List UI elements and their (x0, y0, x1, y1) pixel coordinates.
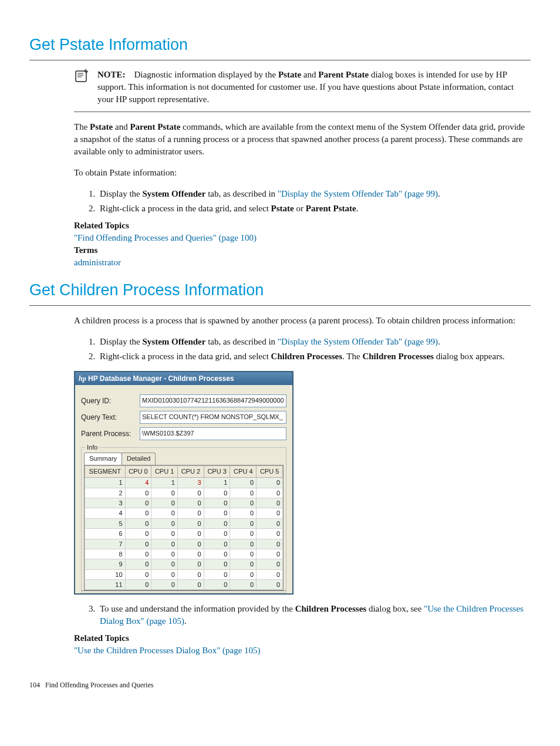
terms-label: Terms (74, 244, 531, 256)
note-label: NOTE: (97, 70, 126, 79)
link-administrator-term[interactable]: administrator (74, 258, 121, 267)
link-children-dialog-2[interactable]: "Use the Children Processes Dialog Box" … (74, 646, 261, 655)
table-row[interactable]: 9000000 (85, 559, 283, 569)
table-row[interactable]: 2000000 (85, 488, 283, 498)
section2-content-cont: To use and understand the information pr… (74, 603, 531, 657)
list-item: To use and understand the information pr… (97, 603, 531, 627)
list-item: Display the System Offender tab, as desc… (97, 188, 531, 200)
para-pstate-desc: The Pstate and Parent Pstate commands, w… (74, 121, 531, 158)
children-steps: Display the System Offender tab, as desc… (74, 336, 531, 363)
column-header[interactable]: CPU 1 (151, 465, 178, 477)
info-legend: Info (85, 443, 99, 452)
heading-get-children: Get Children Process Information (29, 279, 531, 306)
children-steps-cont: To use and understand the information pr… (74, 603, 531, 627)
column-header[interactable]: CPU 2 (177, 465, 204, 477)
table-row[interactable]: 7000000 (85, 539, 283, 549)
related-topics-label-2: Related Topics (74, 632, 531, 644)
page-footer: 104 Find Offending Processes and Queries (29, 680, 531, 690)
link-find-offending[interactable]: "Find Offending Processes and Queries" (… (74, 233, 257, 242)
section1-content: The Pstate and Parent Pstate commands, w… (74, 121, 531, 269)
table-row[interactable]: 1413100 (85, 478, 283, 488)
column-header[interactable]: CPU 4 (230, 465, 257, 477)
link-display-system-offender[interactable]: "Display the System Offender Tab" (page … (278, 189, 438, 198)
table-row[interactable]: 5000000 (85, 518, 283, 528)
parent-process-field[interactable]: \WMS0103.$Z397 (140, 427, 286, 440)
note-icon (74, 69, 90, 106)
svg-rect-0 (76, 71, 86, 82)
pstate-steps: Display the System Offender tab, as desc… (74, 188, 531, 215)
summary-grid[interactable]: SEGMENTCPU 0CPU 1CPU 2CPU 3CPU 4CPU 5141… (84, 465, 284, 591)
column-header[interactable]: SEGMENT (85, 465, 126, 477)
note-text: Diagnostic information displayed by the … (97, 70, 514, 104)
table-row[interactable]: 3000000 (85, 498, 283, 508)
list-item: Right-click a process in the data grid, … (97, 202, 531, 215)
column-header[interactable]: CPU 0 (125, 465, 151, 477)
parent-process-label: Parent Process: (81, 429, 140, 439)
query-id-field[interactable]: MXID01003010774212116363688472949000000 (140, 394, 286, 407)
tab-summary[interactable]: Summary (84, 453, 122, 464)
para-children-intro: A children process is a process that is … (74, 315, 531, 327)
heading-get-pstate: Get Pstate Information (29, 34, 531, 60)
column-header[interactable]: CPU 3 (204, 465, 230, 477)
list-item: Right-click a process in the data grid, … (97, 350, 531, 363)
para-pstate-lead: To obtain Pstate information: (74, 167, 531, 179)
table-row[interactable]: 10000000 (85, 569, 283, 579)
list-item: Display the System Offender tab, as desc… (97, 336, 531, 348)
table-row[interactable]: 6000000 (85, 529, 283, 539)
page-number: 104 (29, 681, 40, 689)
info-group: Info Summary Detailed SEGMENTCPU 0CPU 1C… (81, 447, 286, 593)
note-block: NOTE: Diagnostic information displayed b… (74, 64, 531, 112)
tab-detailed[interactable]: Detailed (122, 453, 156, 464)
section2-content: A children process is a process that is … (74, 315, 531, 363)
related-topics-label: Related Topics (74, 220, 531, 232)
table-row[interactable]: 8000000 (85, 549, 283, 559)
query-text-field[interactable]: SELECT COUNT(*) FROM NONSTOP_SQLMX_ (140, 411, 286, 424)
column-header[interactable]: CPU 5 (257, 465, 283, 477)
query-id-label: Query ID: (81, 396, 140, 406)
table-row[interactable]: 11000000 (85, 580, 283, 590)
table-row[interactable]: 4000000 (85, 508, 283, 518)
note-body: NOTE: Diagnostic information displayed b… (97, 69, 531, 106)
footer-chapter: Find Offending Processes and Queries (45, 681, 153, 689)
children-processes-dialog: hp HP Database Manager - Children Proces… (74, 371, 294, 595)
dialog-titlebar: hp HP Database Manager - Children Proces… (75, 372, 292, 386)
link-display-system-offender-2[interactable]: "Display the System Offender Tab" (page … (278, 337, 438, 346)
query-text-label: Query Text: (81, 413, 140, 423)
